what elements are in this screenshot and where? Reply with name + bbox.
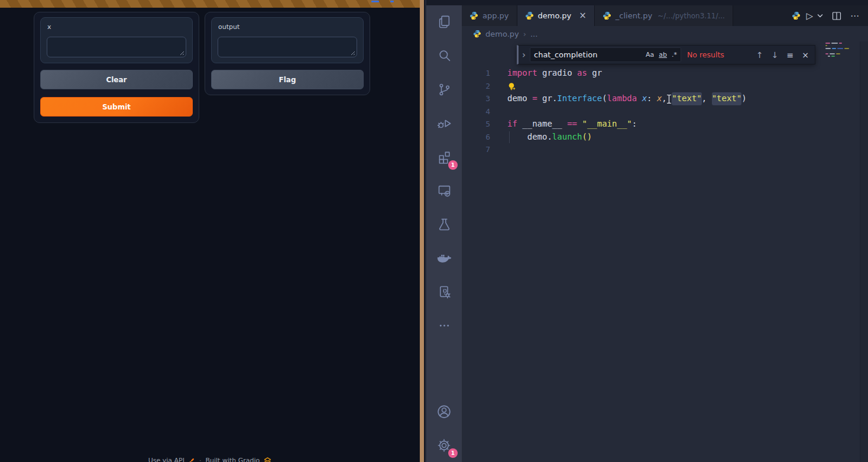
sidebar-item-testing[interactable]	[426, 208, 462, 241]
breadcrumb: demo.py › ...	[462, 26, 868, 41]
find-input[interactable]: chat_completion Aa ab .*	[530, 47, 681, 62]
more-actions-icon[interactable]: ⋯	[850, 11, 859, 21]
sidebar-item-explorer[interactable]	[426, 5, 462, 39]
gradio-output-column: output Flag	[205, 12, 370, 95]
tab-label: demo.py	[538, 11, 572, 20]
resize-handle-icon[interactable]	[349, 50, 355, 56]
code-line[interactable]: 1import gradio as gr	[462, 67, 827, 80]
line-number[interactable]: 4	[462, 105, 490, 118]
python-run-icon[interactable]	[792, 11, 801, 20]
x-textarea[interactable]	[47, 37, 186, 57]
breadcrumb-symbol[interactable]: ...	[530, 30, 537, 38]
find-results-status: No results	[687, 50, 724, 59]
explorer-icon	[436, 14, 452, 30]
tab-close-icon[interactable]: ×	[579, 11, 587, 20]
output-label: output	[218, 23, 239, 31]
scrollbar-gutter[interactable]	[860, 41, 868, 462]
code-token: gr	[587, 67, 602, 80]
line-number[interactable]: 5	[462, 118, 490, 131]
line-number[interactable]: 7	[462, 143, 490, 156]
whole-word-toggle[interactable]: ab	[659, 51, 667, 59]
line-number[interactable]: 1	[462, 67, 490, 80]
find-close-icon[interactable]: ×	[802, 50, 809, 60]
sidebar-item-docker[interactable]	[426, 241, 462, 275]
tab-bar: app.py demo.py × _client.py	[462, 5, 868, 26]
code-token: "text"	[672, 92, 702, 105]
use-via-api-link[interactable]: Use via API	[148, 457, 184, 462]
output-textarea[interactable]	[218, 37, 357, 57]
sidebar-item-more-views[interactable]	[426, 309, 462, 343]
tab-demo-py[interactable]: demo.py ×	[517, 5, 595, 26]
code-token: gradio	[537, 67, 577, 80]
sidebar-item-extensions[interactable]: 1	[426, 140, 462, 174]
tab-client-py[interactable]: _client.py ~/.../python3.11/...	[595, 5, 733, 26]
code-token: ()	[582, 131, 592, 144]
search-icon	[436, 48, 452, 64]
run-dropdown-chevron-icon[interactable]	[817, 14, 823, 18]
line-number[interactable]: 2	[462, 80, 490, 93]
find-expand-chevron-icon[interactable]: ›	[522, 50, 526, 60]
run-file-icon[interactable]: ▷	[806, 11, 813, 21]
sidebar-item-search[interactable]	[426, 39, 462, 73]
testing-flask-icon	[436, 217, 452, 232]
find-widget: › chat_completion Aa ab .* No results ↑ …	[517, 45, 815, 64]
breadcrumb-file[interactable]: demo.py	[485, 30, 519, 38]
line-number[interactable]: 3	[462, 92, 490, 105]
tab-label: app.py	[482, 11, 509, 20]
flag-button[interactable]: Flag	[211, 70, 364, 89]
code-token: :	[632, 118, 637, 131]
line-content[interactable]: demo.launch()	[507, 131, 592, 144]
code-lines[interactable]: 1import gradio as gr23demo = gr.Interfac…	[462, 67, 827, 156]
extensions-badge: 1	[448, 160, 458, 170]
tab-app-py[interactable]: app.py	[462, 5, 517, 26]
line-content[interactable]: import gradio as gr	[507, 67, 602, 80]
match-case-toggle[interactable]: Aa	[646, 51, 654, 59]
code-token: demo	[507, 92, 532, 105]
python-icon	[603, 11, 611, 20]
loading-bar-artifact	[371, 1, 379, 2]
find-query-text[interactable]: chat_completion	[534, 50, 641, 59]
resize-handle-icon[interactable]	[179, 50, 184, 56]
sidebar-item-dev-tools[interactable]	[426, 275, 462, 309]
sidebar-item-source-control[interactable]	[426, 73, 462, 106]
code-token: =	[532, 92, 537, 105]
code-token: lambda	[607, 92, 637, 105]
sidebar-item-account[interactable]	[426, 395, 462, 428]
clear-button[interactable]: Clear	[40, 70, 193, 89]
code-line[interactable]: 6 demo.launch()	[462, 131, 827, 144]
code-line[interactable]: 3demo = gr.Interface(lambda x: x, "text"…	[462, 92, 827, 105]
input-label: x	[47, 23, 51, 31]
python-icon	[525, 11, 534, 20]
code-line[interactable]: 4	[462, 105, 827, 118]
find-next-icon[interactable]: ↓	[772, 50, 779, 60]
flag-button-label: Flag	[279, 76, 296, 84]
vscode-window: 1	[424, 0, 868, 462]
code-token: Interface	[557, 92, 602, 105]
tab-path: ~/.../python3.11/...	[658, 12, 725, 20]
code-line[interactable]: 2	[462, 80, 827, 93]
code-line[interactable]: 5if __name__ == "__main__":	[462, 118, 827, 131]
source-control-icon	[436, 82, 452, 98]
line-number[interactable]: 6	[462, 131, 490, 144]
regex-toggle[interactable]: .*	[672, 51, 677, 59]
built-with-gradio-link[interactable]: Built with Gradio	[205, 457, 260, 462]
browser-pane: x Clear Submit output Fla	[0, 0, 420, 462]
sidebar-item-remote-explorer[interactable]	[426, 174, 462, 208]
editor-content[interactable]: › chat_completion Aa ab .* No results ↑ …	[462, 41, 868, 462]
find-in-selection-icon[interactable]: ≡	[787, 50, 794, 60]
sidebar-item-run-debug[interactable]	[426, 106, 462, 140]
minimap[interactable]	[825, 43, 859, 63]
line-content[interactable]: if __name__ == "__main__":	[507, 118, 637, 131]
submit-button[interactable]: Submit	[40, 97, 193, 117]
find-previous-icon[interactable]: ↑	[756, 50, 763, 60]
clear-button-label: Clear	[106, 76, 127, 84]
line-content[interactable]	[507, 80, 517, 93]
lightbulb-sparkle-icon[interactable]	[507, 82, 517, 92]
code-token: "text"	[712, 92, 742, 105]
code-token: )	[741, 92, 746, 105]
code-line[interactable]: 7	[462, 143, 827, 156]
split-editor-icon[interactable]	[832, 11, 841, 21]
line-content[interactable]: demo = gr.Interface(lambda x: x, "text",…	[507, 92, 747, 105]
code-token	[577, 118, 582, 131]
sidebar-item-settings[interactable]: 1	[426, 428, 462, 462]
